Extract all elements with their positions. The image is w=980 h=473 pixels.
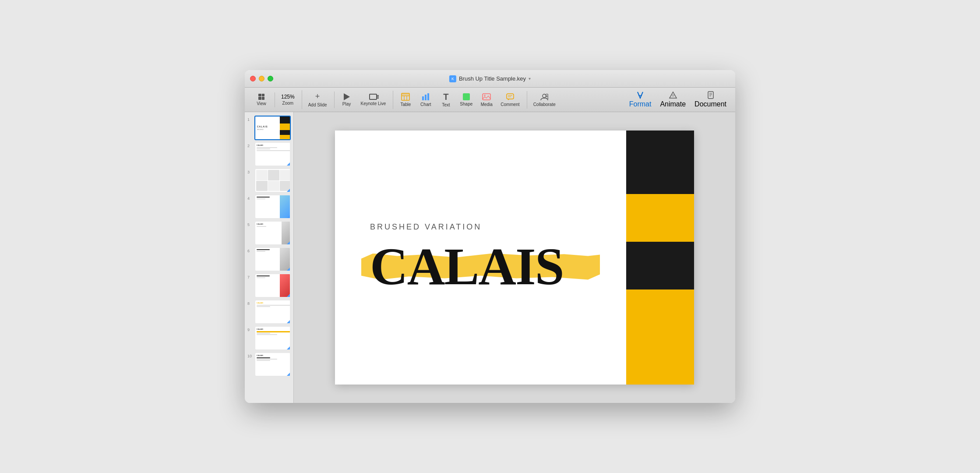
svg-rect-10 [507, 94, 514, 99]
slide-number: 3 [247, 168, 253, 174]
keynote-live-label: Keynote Live [361, 101, 386, 106]
text-button[interactable]: T Text [436, 91, 455, 109]
photo-yellow-mid [626, 194, 694, 242]
photo-black-top [626, 131, 694, 194]
slide-thumb-preview [255, 195, 291, 218]
zoom-label: Zoom [282, 101, 294, 106]
slide-subtitle: BRUSHED VARIATION [370, 222, 591, 232]
slide-item[interactable]: 1 CALAIS BRUSHED [247, 116, 291, 140]
slide-number: 8 [247, 300, 253, 306]
slide-title: CALAIS [370, 240, 591, 293]
collaborate-button[interactable]: Collaborate [530, 91, 559, 109]
slide-photo [626, 131, 694, 385]
slide-thumbnail[interactable]: CALAIS [254, 352, 291, 377]
add-slide-label: Add Slide [308, 102, 327, 107]
view-button[interactable]: View [252, 92, 271, 108]
add-slide-button[interactable]: + Add Slide [305, 90, 331, 109]
svg-point-18 [672, 94, 674, 97]
slide-thumbnail[interactable]: CALAIS [254, 326, 291, 350]
comment-button[interactable]: Comment [497, 91, 523, 109]
slide-content: BRUSHED VARIATION CALAIS [335, 131, 626, 385]
comment-label: Comment [501, 102, 519, 107]
slide-thumb-preview [255, 248, 291, 271]
zoom-group: 125% Zoom [275, 92, 301, 107]
title-area: K Brush Up Title Sample.key ▾ [449, 75, 531, 82]
slide-thumb-preview [255, 274, 291, 297]
slide-number: 6 [247, 247, 253, 253]
photo-yellow-bottom [626, 289, 694, 385]
slide-item[interactable]: 5 CALAIS [247, 221, 291, 245]
play-button[interactable]: Play [337, 92, 356, 108]
slide-number: 2 [247, 142, 253, 148]
maximize-button[interactable] [268, 76, 273, 81]
slide-number: 4 [247, 194, 253, 201]
slide-item[interactable]: 10 CALAIS [247, 352, 291, 377]
slide-thumb-preview: CALAIS [255, 353, 291, 376]
svg-rect-8 [483, 94, 490, 100]
slide-item[interactable]: 9 CALAIS [247, 326, 291, 350]
chart-label: Chart [420, 102, 431, 107]
keynote-live-button[interactable]: Keynote Live [357, 92, 390, 108]
text-icon: T [443, 92, 448, 101]
slide-number: 7 [247, 273, 253, 279]
animate-icon [669, 91, 677, 99]
minimize-button[interactable] [259, 76, 264, 81]
titlebar: K Brush Up Title Sample.key ▾ [245, 70, 735, 88]
panel-buttons: Format Animate Document [625, 89, 731, 110]
slide-canvas[interactable]: BRUSHED VARIATION CALAIS [335, 131, 694, 385]
slide-thumbnail[interactable] [254, 247, 291, 272]
play-group: Play Keynote Live [334, 92, 392, 108]
slide-thumbnail[interactable] [254, 273, 291, 298]
view-icon [258, 94, 264, 100]
format-icon [636, 91, 645, 99]
toolbar: View 125% Zoom + Add Slide Play Keynote … [245, 88, 735, 112]
slide-thumbnail[interactable]: CALAIS [254, 300, 291, 324]
window-title: Brush Up Title Sample.key [459, 75, 526, 82]
media-label: Media [481, 102, 493, 107]
comment-icon [506, 93, 515, 101]
play-icon [344, 93, 350, 100]
view-zoom-group: View [249, 92, 274, 108]
collaborate-icon [539, 93, 549, 101]
slide-item[interactable]: 6 [247, 247, 291, 272]
photo-black-mid [626, 242, 694, 289]
slide-thumb-preview: CALAIS BRUSHED [255, 116, 291, 139]
slide-thumb-preview: CALAIS [255, 300, 291, 323]
slide-item[interactable]: 8 CALAIS [247, 300, 291, 324]
slide-item[interactable]: 7 [247, 273, 291, 298]
traffic-lights [250, 76, 273, 81]
table-label: Table [400, 102, 411, 107]
slide-thumb-preview: CALAIS [255, 222, 291, 244]
slide-thumbnail[interactable]: CALAIS [254, 221, 291, 245]
slide-item[interactable]: 4 [247, 194, 291, 219]
document-icon [707, 91, 715, 99]
slide-title-wrapper: CALAIS [370, 240, 591, 293]
slide-item[interactable]: 2 CALAIS [247, 142, 291, 166]
slide-thumbnail[interactable]: CALAIS [254, 142, 291, 166]
text-label: Text [442, 102, 450, 107]
slide-thumbnail[interactable]: CALAIS BRUSHED [254, 116, 291, 140]
slide-thumb-preview [255, 169, 291, 192]
zoom-button[interactable]: 125% Zoom [278, 92, 298, 107]
slide-number: 1 [247, 116, 253, 122]
play-label: Play [342, 102, 351, 106]
chart-button[interactable]: Chart [416, 91, 435, 109]
table-button[interactable]: Table [396, 91, 415, 109]
svg-rect-5 [422, 96, 424, 100]
close-button[interactable] [250, 76, 256, 81]
animate-panel-button[interactable]: Animate [656, 89, 690, 110]
format-panel-button[interactable]: Format [625, 89, 656, 110]
slide-item[interactable]: 3 [247, 168, 291, 193]
slide-thumbnail[interactable] [254, 168, 291, 193]
collaborate-group: Collaborate [527, 91, 562, 109]
slide-thumbnail[interactable] [254, 194, 291, 219]
document-panel-button[interactable]: Document [690, 89, 731, 110]
media-button[interactable]: Media [477, 91, 496, 109]
slide-thumb-preview: CALAIS [255, 143, 291, 166]
slide-number: 5 [247, 221, 253, 227]
shape-label: Shape [460, 102, 472, 106]
document-label: Document [694, 100, 726, 108]
shape-icon [463, 93, 470, 100]
app-icon: K [449, 75, 456, 82]
shape-button[interactable]: Shape [456, 92, 476, 108]
